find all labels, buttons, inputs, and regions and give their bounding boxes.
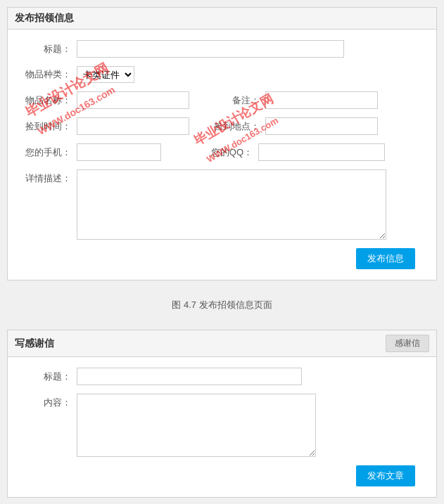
item-name-input[interactable] <box>77 91 189 109</box>
figure1-caption-text: 图 4.7 发布招领信息页面 <box>172 299 272 310</box>
detail-row: 详情描述： <box>22 169 422 240</box>
section2-header: 写感谢信 感谢信 <box>8 330 436 357</box>
detail-textarea[interactable] <box>77 169 386 240</box>
note-input[interactable] <box>265 91 378 109</box>
s2-title-input[interactable] <box>77 368 302 385</box>
s2-content-row: 内容： <box>22 394 422 457</box>
found-time-group: 捡到时间： <box>22 117 189 135</box>
name-note-row: 物品名称： 备注： <box>22 91 422 109</box>
note-group: 备注： <box>210 91 378 109</box>
section2-header-button[interactable]: 感谢信 <box>386 335 429 352</box>
qq-group: 您的QQ： <box>203 143 385 161</box>
phone-qq-row: 您的手机： 您的QQ： <box>22 143 422 161</box>
section2-card: 写感谢信 感谢信 标题： 内容： 发布文章 <box>7 330 437 498</box>
s2-submit-area: 发布文章 <box>22 465 422 486</box>
s2-content-textarea[interactable] <box>77 394 316 457</box>
section1-body: 标题： 物品种类： 卡类证件 物品名称： 备注： 捡到时间： <box>8 30 436 280</box>
section1-card: 发布招领信息 标题： 物品种类： 卡类证件 物品名称： 备注： <box>7 7 437 280</box>
time-place-row: 捡到时间： 捡到地点： <box>22 117 422 135</box>
found-place-label: 捡到地点： <box>210 120 260 133</box>
found-time-label: 捡到时间： <box>22 120 71 133</box>
submit-button[interactable]: 发布信息 <box>356 248 415 269</box>
title-input[interactable] <box>77 40 344 58</box>
detail-label: 详情描述： <box>22 169 71 185</box>
s2-title-label: 标题： <box>22 370 71 383</box>
item-type-select[interactable]: 卡类证件 <box>77 66 134 83</box>
found-place-input[interactable] <box>265 117 378 135</box>
submit-area: 发布信息 <box>22 248 422 269</box>
note-label: 备注： <box>210 94 260 107</box>
s2-submit-button[interactable]: 发布文章 <box>356 465 415 486</box>
section1-title: 发布招领信息 <box>15 12 74 23</box>
item-name-label: 物品名称： <box>22 94 71 107</box>
section1-header: 发布招领信息 <box>8 8 436 30</box>
s2-title-row: 标题： <box>22 368 422 385</box>
found-time-input[interactable] <box>77 117 189 135</box>
phone-label: 您的手机： <box>22 146 71 159</box>
phone-input[interactable] <box>77 143 161 161</box>
item-type-label: 物品种类： <box>22 68 71 81</box>
figure1-caption: 图 4.7 发布招领信息页面 <box>7 295 437 318</box>
phone-group: 您的手机： <box>22 143 161 161</box>
title-label: 标题： <box>22 43 71 56</box>
item-type-row: 物品种类： 卡类证件 <box>22 66 422 83</box>
title-row: 标题： <box>22 40 422 58</box>
section2-title: 写感谢信 <box>15 337 54 350</box>
item-name-group: 物品名称： <box>22 91 189 109</box>
section2-body: 标题： 内容： 发布文章 <box>8 357 436 497</box>
qq-label: 您的QQ： <box>203 146 253 159</box>
found-place-group: 捡到地点： <box>210 117 378 135</box>
s2-content-label: 内容： <box>22 394 71 409</box>
qq-input[interactable] <box>258 143 385 161</box>
